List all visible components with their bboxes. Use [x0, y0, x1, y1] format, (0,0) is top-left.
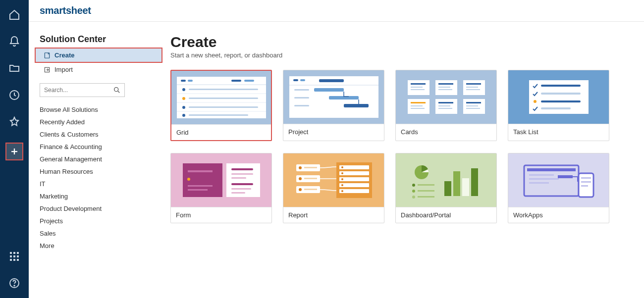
svg-point-110: [412, 196, 415, 199]
card-workapps-preview: [508, 153, 609, 207]
svg-rect-75: [188, 170, 213, 172]
svg-rect-97: [339, 171, 369, 175]
card-cards-preview: [396, 70, 496, 124]
svg-rect-123: [581, 177, 591, 179]
svg-rect-107: [418, 184, 434, 186]
cat-more[interactable]: More: [40, 242, 159, 249]
svg-rect-57: [411, 105, 423, 106]
cat-human-resources[interactable]: Human Resources: [40, 168, 159, 175]
svg-rect-76: [188, 185, 213, 187]
card-task-list[interactable]: Task List: [508, 70, 609, 141]
svg-rect-45: [411, 87, 423, 88]
svg-rect-115: [471, 168, 478, 196]
card-grid[interactable]: Grid: [170, 70, 272, 141]
import-icon: [44, 66, 51, 73]
cat-browse-all[interactable]: Browse All Solutions: [40, 106, 159, 113]
svg-rect-7: [10, 259, 12, 261]
svg-rect-56: [411, 102, 426, 103]
sheet-icon: [44, 52, 51, 59]
card-project-preview: [283, 70, 384, 124]
card-grid-preview: [171, 71, 271, 124]
svg-rect-42: [344, 104, 369, 107]
card-form-label: Form: [171, 207, 271, 223]
svg-rect-125: [581, 185, 588, 187]
svg-point-70: [534, 100, 537, 103]
svg-rect-103: [339, 189, 369, 193]
bell-icon[interactable]: [8, 36, 20, 48]
svg-rect-41: [294, 105, 309, 106]
svg-rect-95: [339, 165, 369, 169]
svg-rect-31: [189, 114, 248, 116]
card-workapps[interactable]: WorkApps: [508, 153, 609, 223]
card-project[interactable]: Project: [283, 70, 384, 141]
star-icon[interactable]: [8, 116, 20, 128]
svg-rect-82: [231, 183, 253, 185]
card-form[interactable]: Form: [170, 153, 272, 223]
create-button[interactable]: [5, 143, 23, 160]
svg-rect-50: [438, 89, 452, 90]
svg-point-96: [341, 166, 343, 168]
svg-rect-16: [181, 80, 186, 82]
svg-rect-80: [231, 173, 253, 175]
create-title: Create: [170, 34, 624, 50]
svg-rect-2: [13, 252, 15, 254]
svg-rect-5: [13, 255, 15, 257]
svg-rect-22: [189, 89, 258, 90]
svg-rect-118: [529, 174, 554, 176]
svg-rect-68: [541, 85, 581, 87]
svg-rect-112: [444, 181, 451, 196]
card-report-label: Report: [283, 207, 384, 223]
nav-create[interactable]: Create: [35, 48, 162, 63]
search-icon[interactable]: [113, 86, 121, 94]
nav-import-label: Import: [54, 66, 73, 73]
svg-rect-119: [529, 178, 559, 180]
svg-rect-121: [558, 175, 573, 178]
svg-rect-117: [527, 168, 576, 171]
svg-point-104: [341, 190, 343, 192]
cat-clients-customers[interactable]: Clients & Customers: [40, 131, 159, 138]
cat-marketing[interactable]: Marketing: [40, 193, 159, 200]
svg-point-21: [182, 88, 185, 91]
search-input[interactable]: [40, 83, 125, 97]
svg-point-86: [299, 166, 302, 169]
svg-point-108: [412, 190, 415, 193]
topbar: smartsheet: [29, 0, 644, 22]
cat-general-management[interactable]: General Management: [40, 155, 159, 163]
svg-rect-58: [411, 108, 425, 109]
cat-finance-accounting[interactable]: Finance & Accounting: [40, 143, 159, 150]
svg-rect-83: [231, 188, 251, 190]
card-project-label: Project: [283, 124, 384, 140]
svg-point-98: [341, 172, 343, 174]
svg-rect-124: [581, 181, 591, 183]
svg-point-27: [182, 106, 185, 109]
cat-product-development[interactable]: Product Development: [40, 205, 159, 212]
home-icon[interactable]: [8, 9, 20, 21]
card-report[interactable]: Report: [283, 153, 384, 223]
apps-grid-icon[interactable]: [8, 250, 20, 262]
folder-icon[interactable]: [8, 62, 20, 74]
card-cards[interactable]: Cards: [395, 70, 497, 141]
svg-rect-87: [304, 167, 317, 168]
svg-rect-64: [466, 102, 481, 103]
card-task-preview: [508, 70, 609, 124]
svg-rect-35: [319, 79, 344, 82]
card-dashboard-label: Dashboard/Portal: [396, 207, 496, 223]
clock-icon[interactable]: [8, 89, 20, 101]
nav-import[interactable]: Import: [40, 63, 159, 76]
cat-recently-added[interactable]: Recently Added: [40, 118, 159, 126]
help-icon[interactable]: [8, 277, 20, 289]
svg-rect-53: [466, 87, 478, 88]
svg-point-89: [299, 177, 302, 180]
svg-rect-8: [13, 259, 15, 261]
cat-projects[interactable]: Projects: [40, 217, 159, 225]
cat-it[interactable]: IT: [40, 180, 159, 188]
card-dashboard[interactable]: Dashboard/Portal: [395, 153, 497, 223]
cat-sales[interactable]: Sales: [40, 230, 159, 237]
svg-rect-79: [231, 168, 253, 170]
svg-rect-44: [411, 83, 426, 85]
card-grid-label: Grid: [171, 124, 271, 140]
svg-rect-28: [189, 106, 258, 108]
card-workapps-label: WorkApps: [508, 207, 609, 223]
svg-rect-114: [462, 178, 469, 196]
svg-rect-120: [529, 182, 549, 184]
